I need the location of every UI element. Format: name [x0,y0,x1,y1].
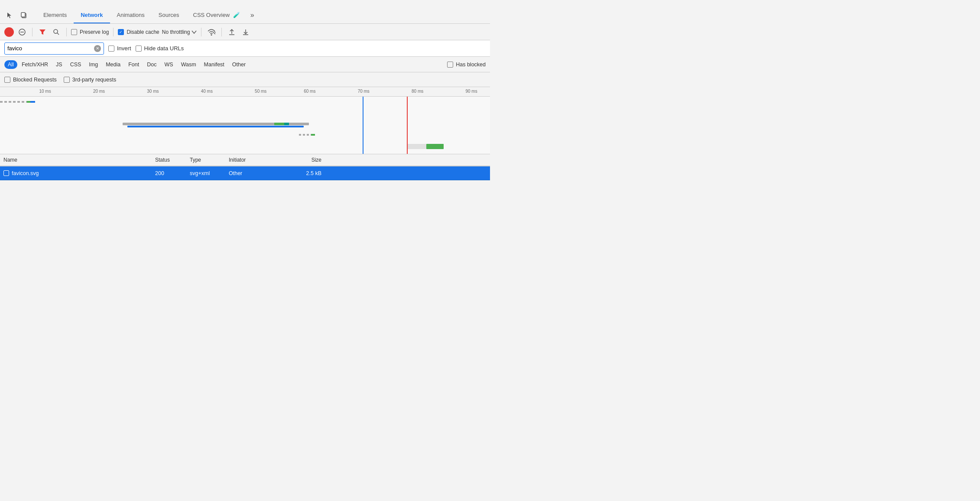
toolbar-divider-3 [113,28,114,36]
type-filter-css[interactable]: CSS [67,60,85,69]
svg-marker-4 [39,29,45,35]
th-size[interactable]: Size [290,157,325,163]
td-size: 2.5 kB [290,170,325,176]
type-filter-wasm[interactable]: Wasm [178,60,200,69]
timeline-row-3 [0,118,490,131]
row-checkbox[interactable] [3,170,9,176]
invert-option[interactable]: Invert [108,45,131,52]
ruler-40ms: 40 ms [201,89,213,94]
filter-bar: ✕ Invert Hide data URLs [0,40,490,57]
disable-cache-checkbox[interactable]: ✓ [118,29,124,35]
search-button[interactable] [51,26,62,38]
th-type[interactable]: Type [186,157,225,163]
wifi-settings-button[interactable] [206,26,217,38]
blocked-requests-option[interactable]: Blocked Requests [4,77,57,83]
ruler-30ms: 30 ms [147,89,159,94]
tab-network[interactable]: Network [74,8,110,23]
more-tabs-button[interactable]: » [247,8,258,23]
svg-point-7 [211,34,212,36]
ruler-60ms: 60 ms [304,89,315,94]
clear-button[interactable] [16,26,28,38]
timeline-row-4 [0,131,490,140]
blocked-requests-label: Blocked Requests [13,77,57,83]
third-party-checkbox[interactable] [64,77,70,83]
type-filter-fetch-xhr[interactable]: Fetch/XHR [18,60,52,69]
tab-elements[interactable]: Elements [36,8,74,23]
svg-point-5 [54,29,58,33]
search-input[interactable] [7,45,94,52]
timeline-rows [0,97,490,154]
td-name: favicon.svg [0,170,152,176]
timeline-area: 10 ms 20 ms 30 ms 40 ms 50 ms 60 ms 70 m… [0,87,490,154]
type-filter-all[interactable]: All [4,60,17,69]
flask-icon: 🧪 [233,12,240,18]
ruler-50ms: 50 ms [255,89,266,94]
tab-sources[interactable]: Sources [152,8,186,23]
td-initiator: Other [225,170,290,176]
hide-data-urls-label: Hide data URLs [144,45,184,52]
copy-icon[interactable] [18,10,29,21]
timeline-row-2 [0,110,490,118]
hide-data-urls-option[interactable]: Hide data URLs [136,45,184,52]
svg-rect-1 [21,13,25,17]
ruler-80ms: 80 ms [412,89,423,94]
type-filter-font[interactable]: Font [125,60,143,69]
toolbar: Preserve log ✓ Disable cache No throttli… [0,24,490,40]
third-party-label: 3rd-party requests [72,77,116,83]
file-name: favicon.svg [12,170,39,176]
toolbar-divider-5 [221,28,222,36]
has-blocked-option[interactable]: Has blocked [447,62,486,68]
type-filter-manifest[interactable]: Manifest [201,60,228,69]
filter-button[interactable] [37,26,48,38]
timeline-ruler: 10 ms 20 ms 30 ms 40 ms 50 ms 60 ms 70 m… [0,87,490,97]
tab-animations[interactable]: Animations [110,8,152,23]
timeline-row-5 [0,140,490,153]
clear-search-button[interactable]: ✕ [94,45,101,52]
throttle-select[interactable]: No throttling [162,29,197,35]
blocked-requests-checkbox[interactable] [4,77,10,83]
type-filter-ws[interactable]: WS [161,60,176,69]
type-filter-bar: All Fetch/XHR JS CSS Img Media Font Doc … [0,57,490,72]
preserve-log-checkbox[interactable] [71,29,77,35]
invert-checkbox[interactable] [108,46,114,52]
no-throttling-label: No throttling [162,29,190,35]
download-button[interactable] [240,26,251,38]
cursor-icon[interactable] [3,10,15,21]
ruler-90ms: 90 ms [465,89,477,94]
tab-css-overview[interactable]: CSS Overview 🧪 [186,8,247,23]
svg-point-8 [214,32,215,33]
svg-line-6 [57,33,59,35]
search-input-wrap[interactable]: ✕ [4,42,104,55]
table-row[interactable]: favicon.svg 200 svg+xml Other 2.5 kB [0,166,490,180]
type-filter-other[interactable]: Other [229,60,249,69]
type-filter-doc[interactable]: Doc [143,60,160,69]
tab-bar-icons [3,10,29,23]
invert-label: Invert [117,45,131,52]
ruler-20ms: 20 ms [93,89,105,94]
table-header: Name Status Type Initiator Size [0,154,490,166]
td-type: svg+xml [186,170,225,176]
ruler-70ms: 70 ms [358,89,370,94]
has-blocked-label: Has blocked [456,62,486,68]
toolbar-divider-4 [201,28,201,36]
toolbar-divider-1 [32,28,32,36]
has-blocked-checkbox[interactable] [447,62,453,68]
third-party-option[interactable]: 3rd-party requests [64,77,116,83]
record-button[interactable] [4,27,14,37]
hide-data-urls-checkbox[interactable] [136,46,142,52]
type-filter-media[interactable]: Media [102,60,124,69]
th-status[interactable]: Status [152,157,186,163]
chevron-down-icon [191,30,197,34]
th-name[interactable]: Name [0,157,152,163]
tab-bar: Elements Network Animations Sources CSS … [0,0,490,24]
toolbar-divider-2 [66,28,67,36]
upload-button[interactable] [226,26,237,38]
timeline-vline-blue [363,97,363,154]
type-filter-js[interactable]: JS [52,60,66,69]
th-initiator[interactable]: Initiator [225,157,290,163]
td-status: 200 [152,170,186,176]
preserve-log-wrap[interactable]: Preserve log [71,29,109,35]
preserve-log-label: Preserve log [80,29,109,35]
disable-cache-wrap[interactable]: ✓ Disable cache [118,29,159,35]
type-filter-img[interactable]: Img [85,60,101,69]
